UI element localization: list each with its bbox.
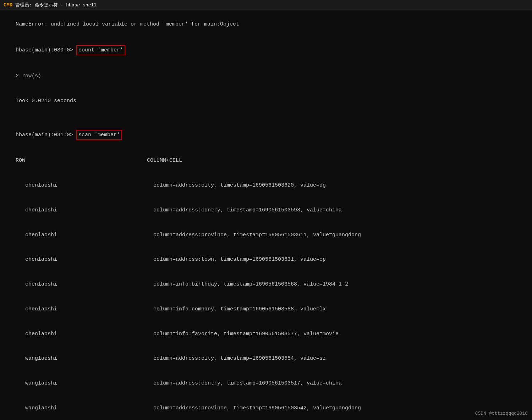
table-body: chenlaoshicolumn=address:city, timestamp… — [3, 173, 529, 420]
table-row: chenlaoshicolumn=address:town, timestamp… — [3, 247, 529, 272]
cmd-icon: CMD — [4, 2, 12, 8]
blank-1 — [3, 113, 529, 121]
table-row: chenlaoshicolumn=address:contry, timesta… — [3, 198, 529, 223]
table-row: wanglaoshicolumn=address:city, timestamp… — [3, 346, 529, 371]
col1-header: ROW — [16, 156, 147, 165]
count-output-2: Took 0.0210 seconds — [3, 88, 529, 113]
command-line-1: hbase(main):030:0> count 'member' — [3, 37, 529, 64]
count-output-1: 2 row(s) — [3, 64, 529, 89]
count-command: count 'member' — [76, 45, 125, 55]
prompt-2: hbase(main):031:0> — [16, 132, 76, 138]
command-line-2: hbase(main):031:0> scan 'member' — [3, 121, 529, 148]
table-row: chenlaoshicolumn=address:province, times… — [3, 222, 529, 247]
table-header: ROWCOLUMN+CELL — [3, 148, 529, 173]
window-title: 管理员: 命令提示符 - hbase shell — [15, 2, 97, 8]
table-row: wanglaoshicolumn=address:contry, timesta… — [3, 371, 529, 396]
col2-header: COLUMN+CELL — [147, 158, 182, 164]
prompt-1: hbase(main):030:0> — [16, 47, 76, 53]
table-row: chenlaoshicolumn=info:favorite, timestam… — [3, 321, 529, 346]
error-line: NameError: undefined local variable or m… — [3, 12, 529, 37]
table-row: chenlaoshicolumn=address:city, timestamp… — [3, 173, 529, 198]
table-row: wanglaoshicolumn=address:province, times… — [3, 396, 529, 420]
table-row: chenlaoshicolumn=info:birthday, timestam… — [3, 272, 529, 297]
title-bar: CMD 管理员: 命令提示符 - hbase shell — [0, 0, 532, 10]
terminal: NameError: undefined local variable or m… — [0, 10, 532, 420]
watermark: CSDN @tttzzqqqq2018 — [475, 410, 528, 417]
table-row: chenlaoshicolumn=info:company, timestamp… — [3, 297, 529, 322]
scan-command: scan 'member' — [76, 130, 122, 140]
